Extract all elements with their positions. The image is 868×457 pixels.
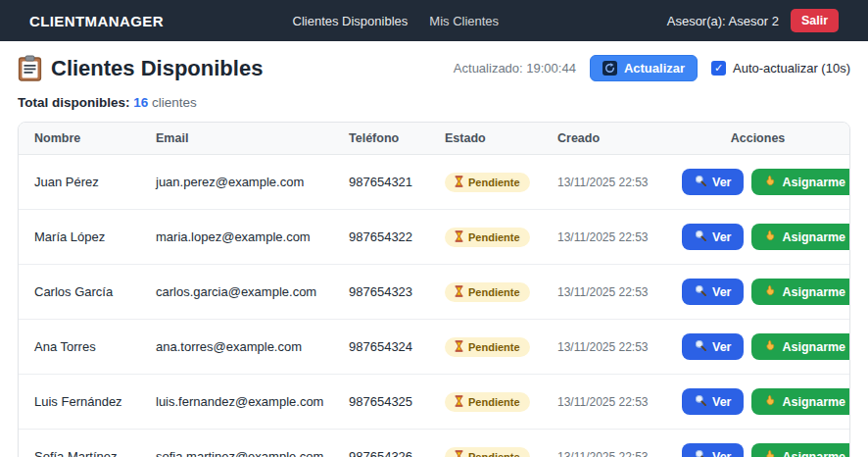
status-label: Pendiente bbox=[468, 396, 520, 408]
clipboard-icon bbox=[18, 55, 42, 81]
hourglass-icon bbox=[455, 340, 463, 354]
nav-links: Clientes Disponibles Mis Clientes bbox=[293, 14, 539, 28]
status-label: Pendiente bbox=[468, 286, 520, 298]
page-header: Clientes Disponibles Actualizado: 19:00:… bbox=[18, 55, 850, 81]
client-phone: 987654324 bbox=[333, 320, 429, 375]
client-email: luis.fernandez@example.com bbox=[140, 375, 333, 430]
table-row: Carlos García carlos.garcia@example.com … bbox=[19, 265, 849, 320]
hand-icon bbox=[764, 339, 776, 354]
client-created: 13/11/2025 22:53 bbox=[542, 265, 666, 320]
assign-button-label: Asignarme bbox=[782, 285, 845, 299]
magnifier-icon bbox=[695, 175, 706, 189]
view-button-label: Ver bbox=[712, 395, 731, 409]
clients-table-card: Nombre Email Teléfono Estado Creado Acci… bbox=[18, 122, 850, 457]
total-count: 16 bbox=[133, 95, 148, 110]
refresh-icon bbox=[603, 61, 617, 76]
nav-link-mis-clientes[interactable]: Mis Clientes bbox=[429, 14, 499, 28]
col-header-email: Email bbox=[140, 123, 333, 155]
view-button-label: Ver bbox=[712, 230, 731, 244]
status-label: Pendiente bbox=[468, 231, 520, 243]
hourglass-icon bbox=[455, 450, 463, 457]
client-phone: 987654325 bbox=[333, 375, 429, 430]
col-header-nombre: Nombre bbox=[19, 123, 140, 155]
view-button[interactable]: Ver bbox=[682, 388, 744, 415]
assign-button[interactable]: Asignarme bbox=[751, 224, 849, 250]
view-button[interactable]: Ver bbox=[682, 224, 744, 250]
nav-right: Asesor(a): Asesor 2 Salir bbox=[667, 9, 839, 32]
magnifier-icon bbox=[695, 284, 706, 299]
advisor-label: Asesor(a): Asesor 2 bbox=[667, 14, 779, 28]
updated-timestamp: Actualizado: 19:00:44 bbox=[454, 61, 576, 76]
assign-button-label: Asignarme bbox=[782, 230, 845, 244]
table-row: Juan Pérez juan.perez@example.com 987654… bbox=[19, 155, 849, 210]
status-badge: Pendiente bbox=[445, 173, 530, 192]
client-name: Sofía Martínez bbox=[19, 430, 140, 457]
total-label: Total disponibles: bbox=[18, 95, 130, 110]
assign-button-label: Asignarme bbox=[782, 340, 845, 354]
view-button[interactable]: Ver bbox=[682, 333, 744, 360]
magnifier-icon bbox=[695, 339, 706, 354]
assign-button-label: Asignarme bbox=[782, 450, 845, 457]
auto-refresh-label: Auto-actualizar (10s) bbox=[733, 61, 850, 76]
client-email: juan.perez@example.com bbox=[140, 155, 333, 210]
status-badge: Pendiente bbox=[445, 447, 530, 457]
assign-button[interactable]: Asignarme bbox=[751, 279, 849, 305]
client-email: carlos.garcia@example.com bbox=[140, 265, 333, 320]
client-created: 13/11/2025 22:53 bbox=[542, 320, 666, 375]
refresh-button[interactable]: Actualizar bbox=[590, 55, 698, 81]
client-created: 13/11/2025 22:53 bbox=[542, 210, 666, 265]
status-badge: Pendiente bbox=[445, 228, 530, 247]
nav-link-clientes-disponibles[interactable]: Clientes Disponibles bbox=[293, 14, 409, 28]
status-badge: Pendiente bbox=[445, 392, 530, 412]
client-name: Juan Pérez bbox=[19, 155, 140, 210]
client-name: Carlos García bbox=[19, 265, 140, 320]
view-button-label: Ver bbox=[712, 285, 731, 299]
hand-icon bbox=[764, 449, 776, 457]
total-summary: Total disponibles: 16 clientes bbox=[18, 95, 850, 110]
magnifier-icon bbox=[695, 229, 706, 244]
table-row: Luis Fernández luis.fernandez@example.co… bbox=[19, 375, 849, 430]
assign-button[interactable]: Asignarme bbox=[751, 169, 849, 195]
hand-icon bbox=[764, 394, 776, 409]
assign-button[interactable]: Asignarme bbox=[751, 388, 849, 415]
view-button[interactable]: Ver bbox=[682, 279, 744, 305]
auto-refresh-checkbox[interactable]: ✓ bbox=[711, 61, 726, 76]
client-name: María López bbox=[19, 210, 140, 265]
hand-icon bbox=[764, 229, 776, 244]
table-header: Nombre Email Teléfono Estado Creado Acci… bbox=[19, 123, 849, 155]
client-email: ana.torres@example.com bbox=[140, 320, 333, 375]
auto-refresh-toggle[interactable]: ✓ Auto-actualizar (10s) bbox=[711, 61, 850, 76]
col-header-creado: Creado bbox=[542, 123, 666, 155]
table-row: Ana Torres ana.torres@example.com 987654… bbox=[19, 320, 849, 375]
assign-button[interactable]: Asignarme bbox=[751, 333, 849, 360]
col-header-acciones: Acciones bbox=[666, 123, 849, 155]
status-label: Pendiente bbox=[468, 451, 520, 457]
logout-button[interactable]: Salir bbox=[791, 9, 839, 32]
client-created: 13/11/2025 22:53 bbox=[542, 430, 666, 457]
hand-icon bbox=[764, 175, 776, 189]
table-row: María López maria.lopez@example.com 9876… bbox=[19, 210, 849, 265]
view-button-label: Ver bbox=[712, 340, 731, 354]
assign-button-label: Asignarme bbox=[782, 395, 845, 409]
hourglass-icon bbox=[455, 285, 463, 299]
status-label: Pendiente bbox=[468, 177, 520, 188]
client-phone: 987654326 bbox=[333, 430, 429, 457]
title-wrap: Clientes Disponibles bbox=[18, 55, 263, 81]
refresh-button-label: Actualizar bbox=[624, 61, 685, 76]
assign-button-label: Asignarme bbox=[782, 176, 845, 189]
hand-icon bbox=[764, 284, 776, 299]
view-button[interactable]: Ver bbox=[682, 443, 744, 457]
client-email: sofia.martinez@example.com bbox=[140, 430, 333, 457]
table-row: Sofía Martínez sofia.martinez@example.co… bbox=[19, 430, 849, 457]
col-header-telefono: Teléfono bbox=[333, 123, 429, 155]
col-header-estado: Estado bbox=[429, 123, 542, 155]
hourglass-icon bbox=[455, 176, 463, 189]
magnifier-icon bbox=[695, 394, 706, 409]
client-phone: 987654321 bbox=[333, 155, 429, 210]
table-body: Juan Pérez juan.perez@example.com 987654… bbox=[19, 155, 849, 457]
clients-table: Nombre Email Teléfono Estado Creado Acci… bbox=[19, 123, 849, 457]
assign-button[interactable]: Asignarme bbox=[751, 443, 849, 457]
view-button[interactable]: Ver bbox=[682, 169, 744, 195]
status-label: Pendiente bbox=[468, 341, 520, 353]
app-brand: CLIENTMANAGER bbox=[29, 13, 164, 29]
